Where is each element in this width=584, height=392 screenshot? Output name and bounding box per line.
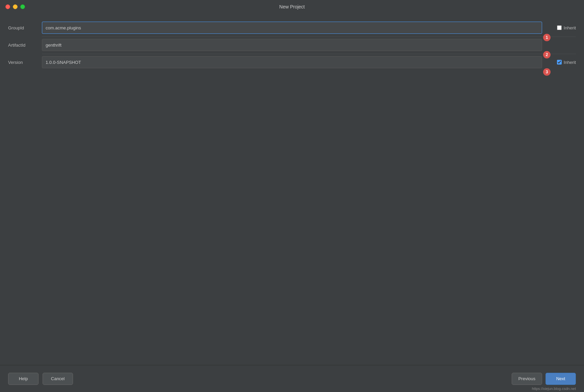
divider-1 bbox=[42, 36, 576, 37]
divider-2 bbox=[42, 54, 576, 54]
cancel-button[interactable]: Cancel bbox=[43, 373, 73, 385]
next-button[interactable]: Next bbox=[545, 373, 576, 385]
content-area: GroupId 1 Inherit ArtifactId 2 bbox=[0, 14, 584, 365]
form-container: GroupId 1 Inherit ArtifactId 2 bbox=[8, 20, 576, 71]
version-input-container: 3 bbox=[42, 56, 542, 68]
window-title: New Project bbox=[279, 4, 305, 9]
groupid-badge: 1 bbox=[543, 34, 551, 41]
artifactid-input-container: 2 bbox=[42, 39, 542, 51]
traffic-lights bbox=[5, 4, 25, 9]
groupid-inherit-label: Inherit bbox=[564, 25, 576, 30]
artifactid-row: ArtifactId 2 bbox=[8, 38, 576, 52]
watermark: https://xiejun.blog.csdn.net bbox=[532, 387, 576, 391]
artifactid-badge: 2 bbox=[543, 51, 551, 58]
version-inherit-checkbox[interactable] bbox=[557, 60, 562, 65]
groupid-row: GroupId 1 Inherit bbox=[8, 20, 576, 35]
footer-right: Previous Next bbox=[512, 373, 576, 385]
window: New Project GroupId 1 Inherit ArtifactId bbox=[0, 0, 584, 392]
version-badge: 3 bbox=[543, 68, 551, 76]
version-row: Version 3 Inherit bbox=[8, 55, 576, 70]
version-label: Version bbox=[8, 60, 42, 65]
groupid-input-container: 1 bbox=[42, 22, 542, 34]
footer-left: Help Cancel bbox=[8, 373, 73, 385]
maximize-button[interactable] bbox=[20, 4, 25, 9]
artifactid-label: ArtifactId bbox=[8, 43, 42, 48]
previous-button[interactable]: Previous bbox=[512, 373, 542, 385]
groupid-inherit-wrapper: Inherit bbox=[542, 25, 576, 30]
minimize-button[interactable] bbox=[13, 4, 18, 9]
artifactid-input[interactable] bbox=[42, 39, 542, 51]
content-spacer bbox=[8, 71, 576, 358]
groupid-inherit-checkbox[interactable] bbox=[557, 25, 562, 30]
close-button[interactable] bbox=[5, 4, 10, 9]
groupid-input[interactable] bbox=[42, 22, 542, 34]
version-input[interactable] bbox=[42, 56, 542, 68]
footer: Help Cancel Previous Next https://xiejun… bbox=[0, 365, 584, 392]
version-inherit-label: Inherit bbox=[564, 60, 576, 65]
help-button[interactable]: Help bbox=[8, 373, 39, 385]
version-inherit-wrapper: Inherit bbox=[542, 60, 576, 65]
title-bar: New Project bbox=[0, 0, 584, 14]
groupid-label: GroupId bbox=[8, 25, 42, 30]
